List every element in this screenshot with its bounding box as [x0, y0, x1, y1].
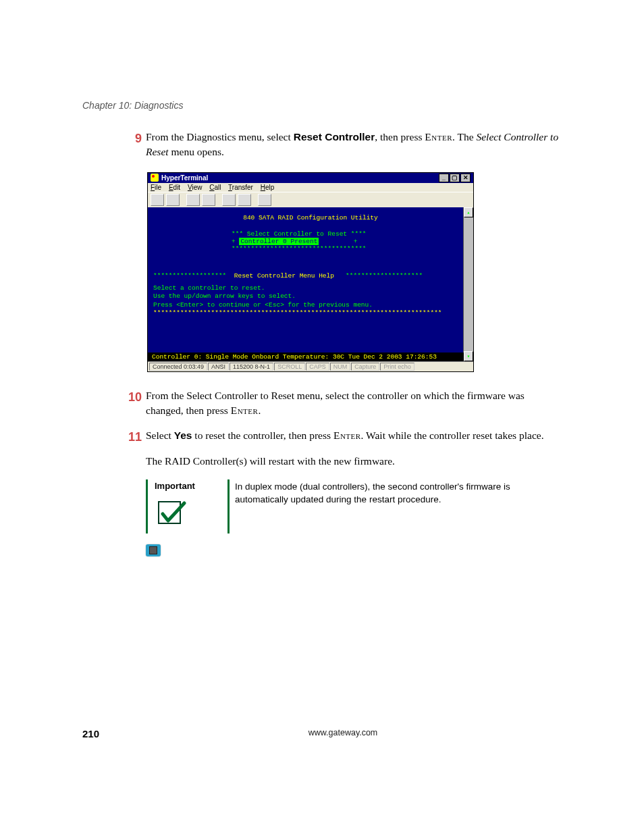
- toolbar-button-7[interactable]: [258, 194, 271, 206]
- text: . Wait while the controller reset takes …: [361, 429, 544, 441]
- text: .: [258, 405, 261, 416]
- help-section: ******************* Reset Controller Men…: [153, 272, 468, 318]
- help-line-1: Select a controller to reset.: [153, 284, 468, 292]
- chapter-header: Chapter 10: Diagnostics: [82, 100, 563, 111]
- yes-label: Yes: [174, 429, 192, 441]
- close-button[interactable]: ✕: [460, 174, 471, 182]
- step-11-number: 11: [119, 428, 142, 446]
- toolbar-button-1[interactable]: [151, 194, 164, 206]
- scrollbar[interactable]: ▴ ▾: [463, 207, 473, 361]
- page: Chapter 10: Diagnostics 9 From the Diagn…: [0, 0, 644, 834]
- toolbar-button-4[interactable]: [202, 194, 215, 206]
- menu-file[interactable]: File: [151, 184, 161, 191]
- hyperterminal-screenshot: HyperTerminal _ ▢ ✕ File Edit View Call …: [147, 172, 563, 372]
- step-10-number: 10: [119, 388, 142, 419]
- footer-url: www.gateway.com: [123, 728, 563, 739]
- window-title: HyperTerminal: [161, 174, 208, 182]
- controller-option[interactable]: Controller 0 Present: [239, 238, 319, 245]
- status-scroll: SCROLL: [274, 363, 305, 371]
- text: Select: [146, 429, 174, 441]
- reset-controller-label: Reset Controller: [294, 131, 375, 142]
- menu-edit[interactable]: Edit: [169, 184, 180, 191]
- app-icon: [151, 174, 159, 182]
- terminal-area[interactable]: ▴ ▾ 840 SATA RAID Configuration Utility …: [148, 207, 473, 361]
- window-titlebar: HyperTerminal _ ▢ ✕: [148, 173, 473, 183]
- hyperterminal-window: HyperTerminal _ ▢ ✕ File Edit View Call …: [147, 172, 474, 372]
- important-text: In duplex mode (dual controllers), the s…: [227, 479, 563, 533]
- step-9: 9 From the Diagnostics menu, select Rese…: [119, 130, 563, 160]
- menu-view[interactable]: View: [188, 184, 203, 191]
- text: From the Diagnostics menu, select: [146, 131, 294, 142]
- restart-note: The RAID Controller(s) will restart with…: [146, 455, 563, 467]
- text: From the Select Controller to Reset menu…: [146, 390, 525, 416]
- step-9-number: 9: [119, 130, 142, 160]
- minimize-button[interactable]: _: [439, 174, 449, 182]
- option-marker: +: [232, 238, 236, 245]
- status-capture: Capture: [351, 363, 379, 371]
- help-stars-left: *******************: [153, 272, 226, 280]
- window-controls: _ ▢ ✕: [439, 174, 471, 182]
- important-callout: Important In duplex mode (dual controlle…: [146, 479, 563, 533]
- toolbar: [148, 192, 473, 207]
- toolbar-button-6[interactable]: [238, 194, 251, 206]
- enter-key: Enter: [231, 405, 259, 416]
- toolbar-button-3[interactable]: [186, 194, 200, 206]
- status-connected: Connected 0:03:49: [149, 363, 207, 371]
- step-11: 11 Select Yes to reset the controller, t…: [119, 428, 563, 446]
- step-11-body: Select Yes to reset the controller, then…: [146, 428, 563, 446]
- enter-key: Enter: [333, 429, 361, 441]
- menu-transfer[interactable]: Transfer: [228, 184, 253, 191]
- help-line-2: Use the up/down arrow keys to select.: [153, 292, 468, 301]
- page-footer: 210 www.gateway.com: [82, 728, 563, 739]
- step-10: 10 From the Select Controller to Reset m…: [119, 388, 563, 419]
- text: , then press: [375, 131, 425, 142]
- status-echo: Print echo: [380, 363, 414, 371]
- statusbar: Connected 0:03:49 ANSI 115200 8-N-1 SCRO…: [148, 361, 473, 371]
- scroll-up-button[interactable]: ▴: [464, 207, 473, 217]
- step-10-body: From the Select Controller to Reset menu…: [146, 388, 563, 419]
- enter-key: Enter: [425, 131, 452, 142]
- status-baud: 115200 8-N-1: [230, 363, 273, 371]
- select-footer: ***********************************: [232, 246, 468, 253]
- step-9-body: From the Diagnostics menu, select Reset …: [146, 130, 563, 160]
- help-line-3: Press <Enter> to continue or <Esc> for t…: [153, 301, 468, 309]
- terminal-footer: Controller 0: Single Mode Onboard Temper…: [148, 353, 464, 361]
- status-caps: CAPS: [306, 363, 329, 371]
- help-stars-full: ****************************************…: [153, 309, 468, 317]
- text: menu opens.: [169, 146, 224, 157]
- help-stars-right: ********************: [346, 272, 423, 280]
- page-number: 210: [82, 728, 123, 739]
- status-num: NUM: [330, 363, 351, 371]
- end-section-icon: [146, 544, 563, 556]
- menubar: File Edit View Call Transfer Help: [148, 183, 473, 192]
- toolbar-button-5[interactable]: [222, 194, 236, 206]
- terminal-title: 840 SATA RAID Configuration Utility: [153, 214, 468, 221]
- important-label: Important: [155, 481, 222, 491]
- maximize-button[interactable]: ▢: [450, 174, 460, 182]
- scroll-down-button[interactable]: ▾: [464, 351, 473, 361]
- menu-help[interactable]: Help: [261, 184, 275, 191]
- text: to reset the controller, then press: [192, 429, 333, 441]
- status-emulation: ANSI: [208, 363, 229, 371]
- checkmark-icon: [155, 498, 222, 532]
- text: . The: [452, 131, 476, 142]
- menu-call[interactable]: Call: [209, 184, 221, 191]
- toolbar-button-2[interactable]: [166, 194, 180, 206]
- help-title: Reset Controller Menu Help: [234, 272, 334, 280]
